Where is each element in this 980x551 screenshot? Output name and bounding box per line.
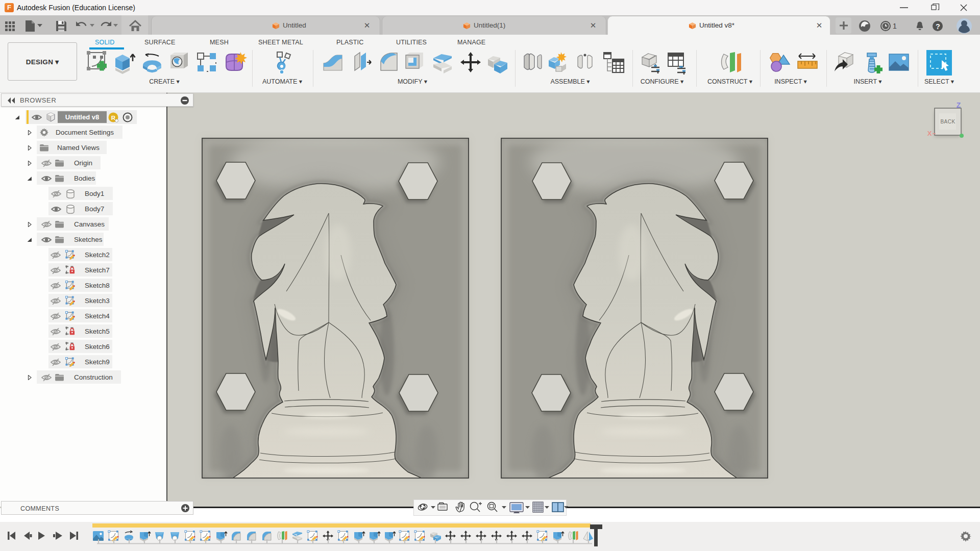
svg-text:X: X bbox=[927, 130, 932, 137]
svg-text:Z: Z bbox=[957, 101, 961, 109]
svg-text:R: R bbox=[111, 115, 116, 121]
svg-text:BACK: BACK bbox=[940, 119, 955, 124]
svg-text:?: ? bbox=[936, 22, 940, 31]
svg-text:1: 1 bbox=[893, 22, 897, 30]
